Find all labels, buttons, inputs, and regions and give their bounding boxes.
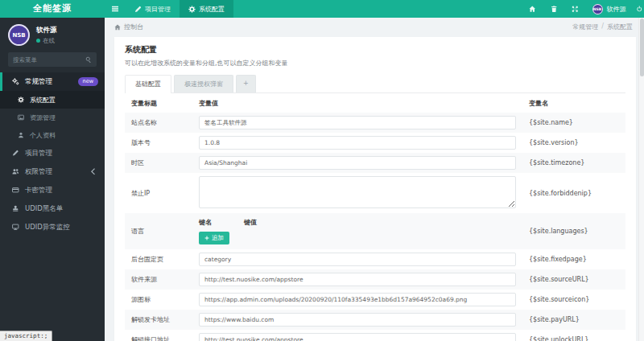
row-value-cell: [192, 290, 522, 310]
breadcrumb-link-系统配置[interactable]: 系统配置: [607, 23, 633, 31]
gear-icon: [16, 97, 25, 103]
row-varname: {$site.sourceicon}: [522, 290, 625, 310]
config-input-软件来源[interactable]: [199, 273, 516, 286]
trash-button[interactable]: [543, 0, 565, 18]
breadcrumb: 控制台 常规管理/系统配置: [105, 18, 644, 36]
row-varname: {$site.name}: [522, 113, 625, 133]
row-varname: {$site.version}: [522, 133, 625, 153]
config-tab-基础配置[interactable]: 基础配置: [125, 75, 171, 93]
row-varname: {$site.languages}: [522, 213, 625, 249]
config-input-解锁发卡地址[interactable]: [199, 313, 516, 327]
sidebar-user-name: 软件源: [36, 26, 57, 35]
row-title: 版本号: [125, 133, 192, 153]
breadcrumb-separator: /: [601, 23, 604, 31]
user-icon: [16, 132, 25, 138]
row-varname: {$site.fixedpage}: [522, 249, 625, 269]
row-title: 时区: [125, 153, 192, 173]
header-tab-系统配置[interactable]: 系统配置: [180, 0, 233, 18]
menu-search: [8, 52, 97, 67]
online-dot: [36, 39, 40, 43]
gear-icon: [188, 6, 196, 13]
link-status-tooltip: javascript:;: [0, 331, 52, 341]
header-nav-tabs: 项目管理系统配置: [126, 0, 233, 18]
sidebar-item-个人资料[interactable]: 个人资料: [0, 126, 105, 144]
sidebar-user-panel[interactable]: NSB 软件源 在线: [0, 18, 105, 51]
new-badge: new: [78, 77, 98, 86]
sidebar-item-label: UDID异常监控: [25, 223, 70, 232]
sidebar-item-label: 个人资料: [30, 131, 56, 140]
scrollbar-thumb[interactable]: [640, 18, 644, 76]
sidebar-item-label: 权限管理: [25, 167, 52, 177]
col-header-value: 变量值: [192, 93, 522, 113]
config-textarea-禁止IP[interactable]: [199, 176, 516, 208]
avatar: NSB: [592, 4, 603, 14]
user-menu[interactable]: NSB 软件源: [586, 4, 633, 14]
search-icon: [85, 56, 92, 63]
table-header-row: 变量标题 变量值 变量名: [125, 93, 625, 113]
sidebar-item-UDID异常监控[interactable]: UDID异常监控: [0, 218, 105, 236]
append-button-label: 追加: [212, 234, 224, 242]
config-input-站点名称[interactable]: [199, 116, 516, 129]
home-button[interactable]: [522, 0, 543, 18]
append-language-button[interactable]: 追加: [199, 232, 229, 244]
row-title: 后台固定页: [125, 249, 192, 269]
config-input-时区[interactable]: [199, 156, 516, 170]
breadcrumb-link-常规管理[interactable]: 常规管理: [572, 23, 598, 31]
menu-search-input[interactable]: [13, 56, 85, 64]
config-input-解锁接口地址[interactable]: [199, 333, 516, 341]
expand-button[interactable]: [564, 0, 586, 18]
vertical-scrollbar[interactable]: [638, 18, 644, 341]
trash-icon: [551, 6, 558, 13]
sidebar-item-权限管理[interactable]: 权限管理: [0, 162, 105, 181]
config-row-时区: 时区{$site.timezone}: [125, 153, 625, 173]
sidebar-item-常规管理[interactable]: 常规管理new: [0, 72, 105, 91]
config-row-站点名称: 站点名称{$site.name}: [125, 113, 625, 133]
kv-header: 键名键值: [199, 216, 516, 227]
row-value-cell: [192, 269, 522, 290]
config-input-后台固定页[interactable]: [199, 253, 516, 266]
home-icon: [529, 6, 536, 13]
config-tab-极速授权弹窗[interactable]: 极速授权弹窗: [174, 75, 233, 92]
config-row-解锁接口地址: 解锁接口地址{$site.unlockURL}: [125, 330, 625, 341]
sidebar-item-label: 系统配置: [30, 96, 56, 105]
sidebar-item-卡密管理[interactable]: 卡密管理: [0, 181, 105, 199]
header-tab-label: 项目管理: [145, 5, 171, 14]
sidebar-item-label: 资源管理: [30, 113, 56, 122]
row-varname: {$site.sourceURL}: [522, 269, 625, 290]
row-title: 软件来源: [125, 269, 192, 290]
sidebar-user-status: 在线: [36, 37, 57, 45]
sidebar-item-label: UDID黑名单: [25, 204, 63, 214]
sidebar-item-label: 常规管理: [25, 77, 52, 87]
config-row-语言: 语言键名键值追加{$site.languages}: [125, 213, 625, 249]
config-input-版本号[interactable]: [199, 136, 516, 150]
expand-icon: [572, 6, 579, 13]
row-varname: {$site.unlockURL}: [522, 330, 625, 341]
cogs-icon: [11, 78, 20, 85]
row-value-cell: [192, 113, 522, 133]
sidebar-toggle-button[interactable]: [105, 0, 126, 18]
row-varname: {$site.timezone}: [522, 153, 625, 173]
sidebar-item-项目管理[interactable]: 项目管理: [0, 144, 105, 162]
avatar: NSB: [8, 24, 30, 46]
header-user-name: 软件源: [607, 5, 626, 14]
row-value-cell: 键名键值追加: [192, 213, 522, 249]
header-tab-项目管理[interactable]: 项目管理: [126, 0, 180, 18]
pencil-icon: [11, 150, 20, 157]
desktop-icon: [11, 224, 20, 231]
add-group-tab[interactable]: +: [236, 75, 256, 92]
sidebar-menu: 常规管理new系统配置资源管理个人资料项目管理权限管理卡密管理UDID黑名单UD…: [0, 72, 105, 236]
pencil-icon: [134, 6, 142, 13]
sidebar-item-UDID黑名单[interactable]: UDID黑名单: [0, 199, 105, 218]
header-right: NSB 软件源: [522, 0, 644, 18]
sidebar-item-系统配置[interactable]: 系统配置: [0, 91, 105, 109]
logout-button[interactable]: [633, 0, 644, 18]
config-row-源图标: 源图标{$site.sourceicon}: [125, 290, 625, 310]
row-title: 解锁接口地址: [125, 330, 192, 341]
config-input-源图标[interactable]: [199, 293, 516, 306]
config-row-后台固定页: 后台固定页{$site.fixedpage}: [125, 249, 625, 269]
sidebar-item-资源管理[interactable]: 资源管理: [0, 109, 105, 126]
row-title: 源图标: [125, 290, 192, 310]
main-content: 控制台 常规管理/系统配置 系统配置 可以在此增改系统的变量和分组,也可以自定义…: [105, 18, 644, 341]
config-table: 变量标题 变量值 变量名 站点名称{$site.name}版本号{$site.v…: [125, 93, 625, 341]
col-header-varname: 变量名: [522, 93, 625, 113]
